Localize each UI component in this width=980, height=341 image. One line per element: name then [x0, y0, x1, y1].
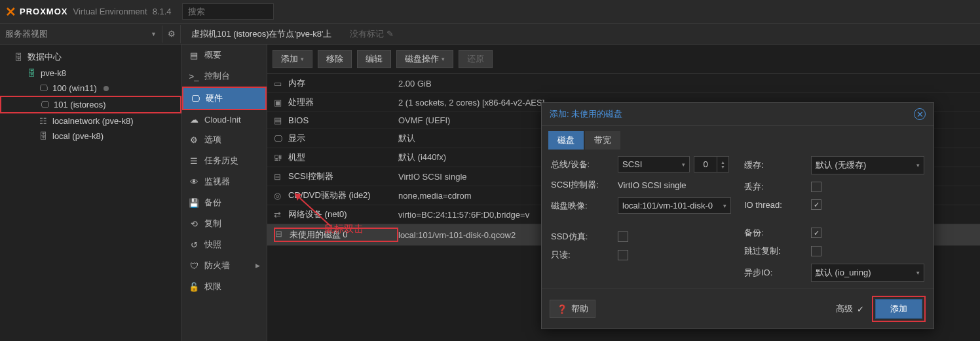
field-async-io: 异步IO: 默认 (io_uring)▾ — [744, 264, 924, 282]
subnav-firewall[interactable]: 🛡防火墙▶ — [182, 255, 267, 276]
search-input[interactable] — [182, 3, 274, 20]
readonly-checkbox[interactable] — [618, 250, 628, 260]
brand-name: PROXMOX — [20, 7, 67, 16]
subnav-options[interactable]: ⚙选项 — [182, 129, 267, 150]
subnav-permissions[interactable]: 🔓权限 — [182, 276, 267, 297]
version: 8.1.4 — [153, 7, 172, 16]
tree-storage[interactable]: 🗄 local (pve-k8) — [0, 129, 181, 144]
svg-line-0 — [295, 193, 331, 226]
cloud-icon: ☁ — [189, 115, 199, 125]
async-io-select[interactable]: 默认 (io_uring)▾ — [811, 264, 924, 282]
field-scsi-controller: SCSI控制器: VirtIO SCSI single — [551, 179, 731, 191]
subnav-monitor[interactable]: 👁监视器 — [182, 171, 267, 192]
iothread-checkbox[interactable]: ✓ — [811, 199, 821, 210]
field-ssd: SSD仿真: — [551, 231, 731, 243]
server-icon: 🗄 — [13, 52, 24, 62]
subnav-replication[interactable]: ⟲复制 — [182, 213, 267, 234]
subnav-console[interactable]: >_控制台 — [182, 66, 267, 87]
hw-icon: ▭ — [274, 79, 288, 89]
chevron-down-icon: ▼ — [151, 31, 157, 37]
hw-icon: ▣ — [274, 98, 288, 108]
desktop-icon: 🖵 — [39, 100, 50, 110]
hw-label: BIOS — [288, 115, 398, 125]
dialog-close-button[interactable]: ✕ — [914, 108, 926, 120]
product-name: Virtual Environment — [73, 7, 147, 16]
tab-bandwidth[interactable]: 带宽 — [585, 131, 620, 150]
hw-value: OVMF (UEFI) — [398, 115, 450, 125]
view-selector[interactable]: 服务器视图 ▼ — [0, 26, 162, 43]
skip-replication-checkbox[interactable] — [811, 246, 821, 256]
hw-value: 默认 — [398, 132, 415, 144]
hw-icon: ⊟ — [274, 172, 288, 182]
hw-value: virtio=BC:24:11:57:6F:D0,bridge=v — [398, 210, 529, 220]
hw-label: 机型 — [288, 151, 398, 163]
hardware-toolbar: 添加▾ 移除 编辑 磁盘操作▾ 还原 — [267, 45, 980, 74]
tree-node[interactable]: 🗄 pve-k8 — [0, 66, 181, 81]
restore-button[interactable]: 还原 — [459, 50, 493, 68]
hw-label: SCSI控制器 — [288, 170, 398, 182]
hw-value: VirtIO SCSI single — [398, 172, 467, 182]
network-icon: ☷ — [38, 116, 48, 126]
lock-icon: 🔓 — [189, 282, 199, 292]
subnav-snapshot[interactable]: ↺快照 — [182, 234, 267, 255]
field-readonly: 只读: — [551, 249, 731, 261]
gear-icon: ⚙ — [168, 29, 176, 39]
spinner-arrows[interactable]: ▲▼ — [717, 156, 729, 172]
history-icon: ↺ — [189, 240, 199, 250]
advanced-checkbox[interactable]: ✓ — [857, 304, 864, 314]
add-unused-disk-dialog: 添加: 未使用的磁盘 ✕ 磁盘 带宽 总线/设备: SCSI▾ 0▲▼ SCSI… — [541, 102, 934, 329]
help-icon: ❓ — [557, 304, 567, 314]
edit-button[interactable]: 编辑 — [357, 50, 391, 68]
tree-network[interactable]: ☷ localnetwork (pve-k8) — [0, 113, 181, 129]
disk-image-select[interactable]: local:101/vm-101-disk-0▾ — [618, 197, 731, 214]
logo: ✕ PROXMOX — [5, 4, 67, 20]
subnav-cloudinit[interactable]: ☁Cloud-Init — [182, 110, 267, 129]
tree-vm-100[interactable]: 🖵 100 (win11) — [0, 81, 181, 96]
hw-label: 处理器 — [288, 96, 398, 108]
device-number[interactable]: 0▲▼ — [694, 156, 729, 172]
shield-icon: 🛡 — [189, 261, 199, 271]
field-cache: 缓存: 默认 (无缓存)▾ — [744, 156, 924, 174]
settings-button[interactable]: ⚙ — [162, 25, 181, 43]
bus-select[interactable]: SCSI▾ — [618, 156, 690, 172]
add-button[interactable]: 添加▾ — [273, 50, 312, 68]
remove-button[interactable]: 移除 — [318, 50, 352, 68]
no-tags[interactable]: 没有标记 ✎ — [350, 28, 394, 40]
hw-icon: ⇄ — [274, 210, 288, 220]
subnav-summary[interactable]: ▤概要 — [182, 45, 267, 66]
tab-disk[interactable]: 磁盘 — [548, 131, 584, 150]
advanced-toggle[interactable]: 高级✓ — [836, 303, 864, 315]
chevron-down-icon: ▾ — [916, 162, 920, 169]
subnav: ▤概要 >_控制台 🖵硬件 ☁Cloud-Init ⚙选项 ☰任务历史 👁监视器… — [182, 45, 267, 341]
terminal-icon: >_ — [189, 71, 199, 81]
disk-action-button[interactable]: 磁盘操作▾ — [396, 50, 453, 68]
pencil-icon: ✎ — [386, 29, 394, 39]
cache-select[interactable]: 默认 (无缓存)▾ — [811, 156, 924, 174]
field-skip-replication: 跳过复制: — [744, 245, 924, 257]
hw-value: 2.00 GiB — [398, 79, 432, 89]
subnav-tasks[interactable]: ☰任务历史 — [182, 150, 267, 171]
tree-vm-101[interactable]: 🖵 101 (istoreos) — [0, 96, 181, 113]
submit-button[interactable]: 添加 — [875, 299, 922, 319]
chevron-down-icon: ▾ — [301, 56, 304, 62]
hardware-row[interactable]: ▭内存2.00 GiB — [267, 74, 980, 93]
hw-label: 内存 — [288, 77, 398, 89]
svg-marker-1 — [295, 193, 301, 201]
discard-checkbox[interactable] — [811, 182, 821, 192]
list-icon: ☰ — [189, 156, 199, 166]
hw-label: 显示 — [288, 132, 398, 144]
save-icon: 💾 — [189, 198, 199, 208]
field-iothread: IO thread: ✓ — [744, 199, 924, 210]
hw-value: 2 (1 sockets, 2 cores) [x86-64-v2-AES] — [398, 98, 544, 108]
close-icon: ✕ — [916, 110, 924, 119]
subnav-backup[interactable]: 💾备份 — [182, 192, 267, 213]
subnav-hardware[interactable]: 🖵硬件 — [182, 87, 267, 110]
tree-datacenter[interactable]: 🗄 数据中心 — [0, 49, 181, 66]
backup-checkbox[interactable]: ✓ — [811, 228, 821, 238]
help-button[interactable]: ❓帮助 — [550, 300, 595, 318]
ssd-checkbox[interactable] — [618, 231, 628, 242]
chevron-down-icon: ▾ — [442, 56, 445, 62]
view-label: 服务器视图 — [5, 28, 48, 40]
chevron-down-icon: ▾ — [723, 203, 726, 209]
storage-icon: 🗄 — [38, 131, 48, 141]
